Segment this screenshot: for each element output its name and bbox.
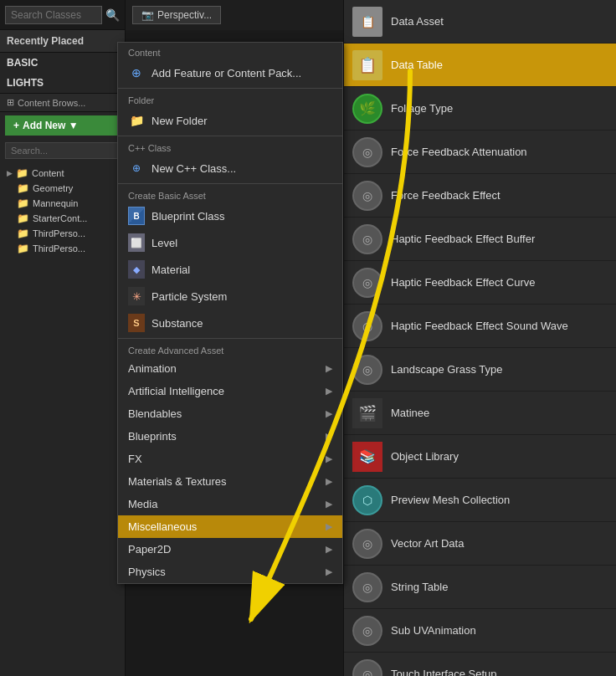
level-item[interactable]: ⬜ Level bbox=[118, 229, 342, 256]
arrow-icon: ▶ bbox=[326, 499, 332, 510]
arrow-icon: ▶ bbox=[326, 476, 332, 487]
blueprint-class-item[interactable]: B Blueprint Class bbox=[118, 202, 342, 229]
asset-vector-art[interactable]: ◎ Vector Art Data bbox=[344, 522, 616, 566]
blendables-item[interactable]: Blendables ▶ bbox=[118, 402, 342, 425]
asset-landscape-grass[interactable]: ◎ Landscape Grass Type bbox=[344, 348, 616, 392]
new-folder-item[interactable]: 📁 New Folder bbox=[118, 107, 342, 134]
data-asset-icon: 📋 bbox=[352, 7, 382, 37]
plus-icon: + bbox=[13, 120, 19, 131]
add-new-button[interactable]: + Add New ▼ bbox=[5, 115, 120, 136]
add-feature-item[interactable]: ⊕ Add Feature or Content Pack... bbox=[118, 59, 342, 86]
arrow-icon: ▶ bbox=[326, 386, 332, 397]
asset-mesh-collection[interactable]: ⬡ Preview Mesh Collection bbox=[344, 479, 616, 522]
content-browser-header: ⊞ Content Brows... bbox=[0, 93, 125, 112]
foliage-icon: 🌿 bbox=[352, 94, 382, 124]
level-icon: ⬜ bbox=[128, 234, 145, 251]
search-bar-top: 🔍 bbox=[0, 0, 125, 30]
asset-haptic-soundwave[interactable]: ◎ Haptic Feedback Effect Sound Wave bbox=[344, 305, 616, 348]
asset-data-table[interactable]: 📋 Data Table bbox=[344, 44, 616, 87]
asset-object-library[interactable]: 📚 Object Library bbox=[344, 435, 616, 479]
particle-icon: ✳ bbox=[128, 288, 145, 305]
chevron-icon: ▶ bbox=[7, 169, 13, 177]
arrow-icon: ▶ bbox=[326, 521, 332, 532]
physics-item[interactable]: Physics ▶ bbox=[118, 561, 342, 583]
lights-section[interactable]: Lights bbox=[0, 73, 125, 93]
ai-item[interactable]: Artificial Intelligence ▶ bbox=[118, 380, 342, 402]
folder-content[interactable]: ▶ 📁 Content bbox=[0, 166, 125, 181]
folder-mannequin[interactable]: 📁 Mannequin bbox=[0, 196, 125, 211]
folder-plus-icon: 📁 bbox=[128, 112, 145, 129]
object-library-icon: 📚 bbox=[352, 442, 382, 472]
asset-sub-uv-animation[interactable]: ◎ Sub UVAnimation bbox=[344, 609, 616, 653]
folder-icon: 📁 bbox=[17, 197, 29, 209]
haptic-soundwave-icon: ◎ bbox=[352, 311, 382, 341]
basic-asset-section-title: Create Basic Asset bbox=[118, 186, 342, 202]
folder-thirdperson1[interactable]: 📁 ThirdPerso... bbox=[0, 226, 125, 241]
blueprints-item[interactable]: Blueprints ▶ bbox=[118, 425, 342, 448]
string-table-icon: ◎ bbox=[352, 572, 382, 602]
left-panel: 🔍 Recently Placed Basic Lights ⊞ Content… bbox=[0, 0, 126, 676]
landscape-icon: ◎ bbox=[352, 355, 382, 385]
arrow-icon: ▶ bbox=[326, 544, 332, 555]
particle-system-item[interactable]: ✳ Particle System bbox=[118, 283, 342, 310]
asset-force-feedback-att[interactable]: ◎ Force Feedback Attenuation bbox=[344, 131, 616, 174]
cpp-section-title: C++ Class bbox=[118, 138, 342, 155]
asset-data-asset[interactable]: 📋 Data Asset bbox=[344, 0, 616, 44]
asset-foliage-type[interactable]: 🌿 Foliage Type bbox=[344, 87, 616, 131]
folder-icon: 📁 bbox=[17, 182, 29, 194]
haptic-curve-icon: ◎ bbox=[352, 268, 382, 298]
media-item[interactable]: Media ▶ bbox=[118, 493, 342, 515]
folder-icon: 📁 bbox=[17, 228, 29, 239]
miscellaneous-item[interactable]: Miscellaneous ▶ bbox=[118, 515, 342, 538]
recently-placed-label: Recently Placed bbox=[0, 30, 125, 53]
cpp-icon: ⊕ bbox=[128, 160, 145, 177]
data-table-icon: 📋 bbox=[352, 50, 382, 80]
arrow-icon: ▶ bbox=[326, 566, 332, 577]
fx-item[interactable]: FX ▶ bbox=[118, 448, 342, 470]
material-icon: ◆ bbox=[128, 261, 145, 278]
top-bar: 📷 Perspectiv... bbox=[126, 0, 343, 30]
asset-force-feedback-eff[interactable]: ◎ Force Feedback Effect bbox=[344, 174, 616, 218]
asset-haptic-curve[interactable]: ◎ Haptic Feedback Effect Curve bbox=[344, 261, 616, 305]
folder-startercontent[interactable]: 📁 StarterCont... bbox=[0, 211, 125, 226]
paper2d-item[interactable]: Paper2D ▶ bbox=[118, 538, 342, 561]
asset-touch-interface[interactable]: ◎ Touch Interface Setup bbox=[344, 653, 616, 676]
grid-icon: ⊞ bbox=[7, 97, 14, 108]
add-feature-icon: ⊕ bbox=[128, 64, 145, 81]
substance-icon: S bbox=[128, 315, 145, 331]
sub-uv-icon: ◎ bbox=[352, 616, 382, 646]
search-classes-input[interactable] bbox=[5, 6, 102, 24]
material-item[interactable]: ◆ Material bbox=[118, 256, 342, 283]
arrow-icon: ▶ bbox=[326, 431, 332, 442]
touch-interface-icon: ◎ bbox=[352, 659, 382, 677]
folder-icon: 📁 bbox=[17, 243, 29, 254]
search-assets-input[interactable] bbox=[5, 142, 120, 159]
advanced-asset-section-title: Create Advanced Asset bbox=[118, 341, 342, 357]
matinee-icon: 🎬 bbox=[352, 398, 382, 428]
asset-string-table[interactable]: ◎ String Table bbox=[344, 566, 616, 609]
animation-item[interactable]: Animation ▶ bbox=[118, 357, 342, 380]
haptic-buffer-icon: ◎ bbox=[352, 224, 382, 254]
new-cpp-item[interactable]: ⊕ New C++ Class... bbox=[118, 155, 342, 182]
context-menu: Content ⊕ Add Feature or Content Pack...… bbox=[117, 42, 343, 584]
blueprint-icon: B bbox=[128, 207, 145, 224]
asset-haptic-buffer[interactable]: ◎ Haptic Feedback Effect Buffer bbox=[344, 218, 616, 261]
folder-icon: 📁 bbox=[17, 213, 29, 224]
mesh-collection-icon: ⬡ bbox=[352, 485, 382, 515]
force-feedback-eff-icon: ◎ bbox=[352, 181, 382, 211]
arrow-icon: ▶ bbox=[326, 363, 332, 374]
folder-section-title: Folder bbox=[118, 90, 342, 107]
basic-section[interactable]: Basic bbox=[0, 53, 125, 73]
vector-art-icon: ◎ bbox=[352, 529, 382, 559]
materials-textures-item[interactable]: Materials & Textures ▶ bbox=[118, 470, 342, 493]
perspective-button[interactable]: 📷 Perspectiv... bbox=[132, 6, 221, 24]
folder-thirdperson2[interactable]: 📁 ThirdPerso... bbox=[0, 241, 125, 256]
arrow-icon: ▶ bbox=[326, 453, 332, 464]
folder-tree: ▶ 📁 Content 📁 Geometry 📁 Mannequin 📁 Sta… bbox=[0, 162, 125, 259]
search-icon: 🔍 bbox=[105, 8, 120, 22]
folder-geometry[interactable]: 📁 Geometry bbox=[0, 181, 125, 196]
right-panel: 📋 Data Asset 📋 Data Table 🌿 Foliage Type… bbox=[343, 0, 616, 676]
content-section-title: Content bbox=[118, 43, 342, 59]
substance-item[interactable]: S Substance bbox=[118, 310, 342, 336]
asset-matinee[interactable]: 🎬 Matinee bbox=[344, 392, 616, 435]
